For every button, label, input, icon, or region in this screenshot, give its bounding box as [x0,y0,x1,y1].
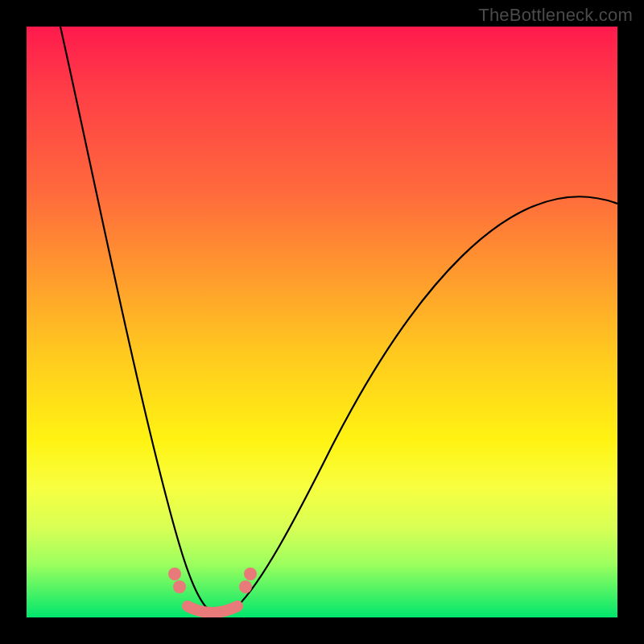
plot-area [27,27,617,617]
curve-layer [27,27,617,617]
watermark-text: TheBottleneck.com [478,5,633,26]
marker-dot-left-lower [173,580,186,593]
marker-dot-right-upper [244,568,257,580]
highlight-band [188,606,237,613]
marker-dot-right-lower [239,580,252,593]
bottleneck-curve [60,27,617,613]
chart-frame: TheBottleneck.com [0,0,644,644]
marker-dot-left-upper [168,568,181,580]
